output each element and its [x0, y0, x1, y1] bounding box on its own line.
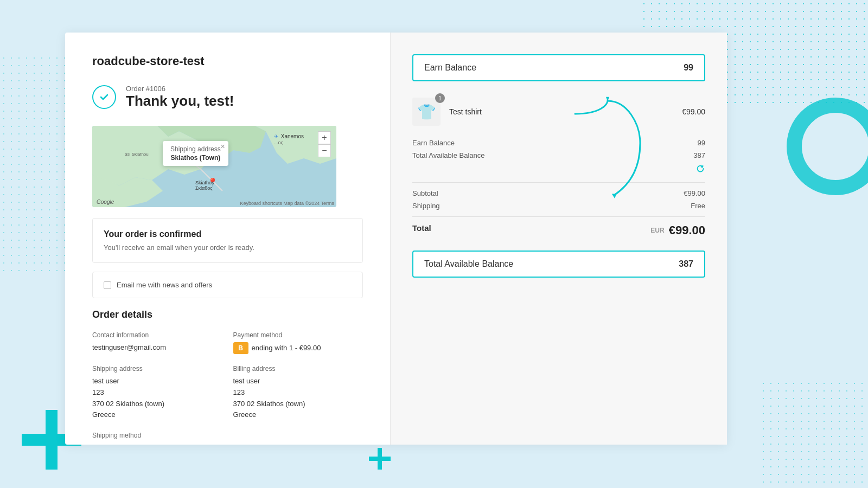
confirmed-title: Your order is confirmed [104, 229, 352, 239]
earn-balance-box: Earn Balance 99 [412, 54, 705, 81]
email-checkbox-label: Email me with news and offers [117, 281, 212, 289]
order-details-grid: Contact information testinguser@gmail.co… [92, 331, 363, 445]
bg-circle-right [787, 98, 868, 195]
subtotal-value: €99.00 [684, 189, 705, 197]
product-name: Test tshirt [449, 107, 673, 116]
left-panel: roadcube-store-test Order #1006 Thank yo… [65, 33, 391, 445]
refresh-icon[interactable] [412, 164, 705, 174]
subtotal-label: Subtotal [412, 189, 438, 197]
product-price: €99.00 [682, 107, 705, 116]
billing-address-label: Billing address [233, 365, 363, 373]
product-quantity-badge: 1 [435, 93, 445, 103]
total-amount: €99.00 [669, 223, 705, 237]
map-label-xanemos: ✈ Xanemos ...ος [274, 133, 304, 145]
order-details-title: Order details [92, 309, 363, 320]
total-available-balance-label: Total Available Balance [424, 259, 513, 269]
map-zoom-out-button[interactable]: − [318, 144, 331, 157]
total-available-summary-label: Total Available Balance [412, 151, 484, 159]
summary-total-available-row: Total Available Balance 387 [412, 151, 705, 159]
bg-dots-bottom-right [760, 380, 868, 488]
total-available-balance-box: Total Available Balance 387 [412, 251, 705, 278]
email-checkbox-row[interactable]: Email me with news and offers [92, 272, 363, 298]
subtotal-row: Subtotal €99.00 [412, 189, 705, 197]
earn-balance-value: 99 [684, 63, 693, 73]
billing-address-value: test user123370 02 Skiathos (town)Greece [233, 376, 363, 421]
payment-value: ending with 1 - €99.00 [252, 343, 321, 354]
total-amount-wrapper: EUR €99.00 [650, 223, 705, 237]
shipping-address-label: Shipping address [92, 365, 222, 373]
bg-plus-bottom-center [369, 448, 391, 472]
shipping-method-label: Shipping method [92, 432, 222, 439]
thank-you-text: Thank you, test! [126, 93, 234, 110]
product-row: 👕 1 Test tshirt €99.00 [412, 98, 705, 126]
billing-address-section: Billing address test user123370 02 Skiat… [233, 365, 363, 421]
total-available-balance-value: 387 [679, 259, 693, 269]
contact-label: Contact information [92, 331, 222, 339]
total-label: Total [412, 223, 431, 237]
shipping-label: Shipping [412, 202, 440, 210]
map-popup: ✕ Shipping address Skiathos (Town) [163, 141, 228, 166]
contact-value: testinguser@gmail.com [92, 342, 222, 354]
payment-section: Payment method B ending with 1 - €99.00 [233, 331, 363, 354]
order-header: Order #1006 Thank you, test! [92, 85, 363, 110]
svg-text:Google: Google [97, 199, 114, 205]
order-info: Order #1006 Thank you, test! [126, 85, 234, 110]
email-checkbox[interactable] [104, 281, 111, 289]
total-currency: EUR [650, 227, 664, 234]
check-circle-icon [92, 85, 116, 109]
payment-row: B ending with 1 - €99.00 [233, 342, 363, 354]
total-available-summary-value: 387 [693, 151, 705, 159]
product-image-wrapper: 👕 1 [412, 98, 441, 126]
shipping-value: Free [691, 202, 705, 210]
map-attribution-right: Keyboard shortcuts Map data ©2024 Terms [240, 201, 334, 206]
map-zoom-in-button[interactable]: + [318, 131, 331, 144]
map-container: αsi Skiathou Xanemos ✈ Xanemos ...ος ✕ S… [92, 126, 336, 207]
summary-earn-balance-row: Earn Balance 99 [412, 139, 705, 147]
svg-rect-3 [369, 457, 391, 461]
contact-section: Contact information testinguser@gmail.co… [92, 331, 222, 354]
payment-badge: B [233, 342, 248, 354]
product-icon: 👕 [417, 103, 436, 121]
confirmed-section: Your order is confirmed You'll receive a… [92, 218, 363, 263]
earn-balance-label: Earn Balance [424, 63, 476, 73]
earn-balance-summary-label: Earn Balance [412, 139, 455, 147]
right-panel: Earn Balance 99 👕 1 Test tshirt €99.00 E… [391, 33, 727, 445]
map-controls: + − [318, 131, 331, 157]
map-popup-value: Skiathos (Town) [170, 154, 221, 162]
total-row: Total EUR €99.00 [412, 223, 705, 237]
earn-balance-summary-value: 99 [698, 139, 705, 147]
summary-lines: Earn Balance 99 Total Available Balance … [412, 139, 705, 174]
svg-text:αsi Skiathou: αsi Skiathou [125, 152, 149, 157]
shipping-row: Shipping Free [412, 202, 705, 210]
map-popup-title: Shipping address [170, 145, 221, 153]
map-label-skiathos: SkiathosΣκίαθος [195, 180, 214, 191]
store-name: roadcube-store-test [92, 54, 363, 68]
map-attribution-google: Google [97, 198, 116, 206]
shipping-address-value: test user123370 02 Skiathos (town)Greece [92, 376, 222, 421]
summary-divider [412, 182, 705, 183]
summary-divider-2 [412, 216, 705, 217]
map-popup-close-icon[interactable]: ✕ [220, 143, 225, 150]
shipping-method-section: Shipping method Standard [92, 432, 222, 445]
payment-label: Payment method [233, 331, 363, 339]
main-card: roadcube-store-test Order #1006 Thank yo… [65, 33, 727, 445]
shipping-method-value: Standard [92, 442, 222, 445]
order-number: Order #1006 [126, 85, 234, 93]
confirmed-description: You'll receive an email when your order … [104, 243, 352, 252]
shipping-address-section: Shipping address test user123370 02 Skia… [92, 365, 222, 421]
